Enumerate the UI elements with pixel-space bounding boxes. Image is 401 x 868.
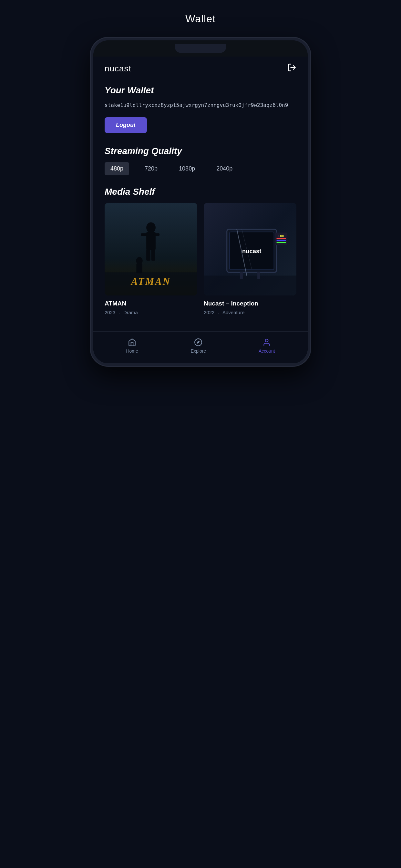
svg-rect-13: [204, 276, 297, 296]
exit-icon[interactable]: [287, 63, 297, 74]
nucast-year: 2022: [204, 310, 214, 315]
logout-button[interactable]: Logout: [104, 117, 147, 133]
quality-720p[interactable]: 720p: [139, 162, 163, 175]
nucast-dot: .: [218, 310, 220, 315]
svg-rect-10: [136, 264, 142, 274]
svg-rect-26: [277, 242, 286, 243]
svg-rect-20: [240, 272, 243, 279]
nav-account[interactable]: Account: [258, 338, 275, 353]
svg-text:nucast: nucast: [242, 248, 261, 254]
nav-home-label: Home: [126, 348, 138, 353]
svg-rect-5: [141, 233, 147, 236]
svg-point-9: [136, 257, 143, 265]
quality-options: 480p 720p 1080p 2040p: [104, 162, 297, 175]
nucast-title: Nucast – Inception: [204, 300, 297, 307]
atman-thumbnail: ATMAN: [104, 203, 197, 296]
streaming-quality-section: Streaming Quality 480p 720p 1080p 2040p: [104, 146, 297, 175]
svg-point-29: [266, 339, 268, 342]
svg-text:ATMAN: ATMAN: [130, 276, 171, 287]
svg-rect-25: [277, 240, 286, 241]
nav-home[interactable]: Home: [126, 338, 138, 353]
quality-1080p[interactable]: 1080p: [173, 162, 201, 175]
atman-genre: Drama: [123, 310, 138, 315]
quality-480p[interactable]: 480p: [104, 162, 129, 175]
nav-account-label: Account: [258, 348, 275, 353]
svg-marker-28: [197, 341, 200, 344]
phone-notch-area: [93, 40, 308, 57]
svg-rect-24: [277, 238, 286, 239]
phone-content: nucast Your Wallet stake1u9ldllryxcxz8yz…: [93, 57, 308, 363]
svg-rect-6: [154, 233, 159, 236]
wallet-title: Your Wallet: [104, 85, 297, 96]
streaming-quality-title: Streaming Quality: [104, 146, 297, 156]
svg-rect-21: [257, 272, 260, 279]
account-icon: [263, 338, 271, 346]
atman-meta: 2023 . Drama: [104, 310, 197, 315]
nav-explore-label: Explore: [191, 348, 206, 353]
explore-icon: [194, 338, 203, 346]
media-shelf-section: Media Shelf: [104, 187, 297, 315]
atman-dot: .: [119, 310, 121, 315]
nav-explore[interactable]: Explore: [191, 338, 206, 353]
svg-rect-8: [151, 249, 155, 261]
media-card-atman[interactable]: ATMAN ATMAN 2023 . Drama: [104, 203, 197, 315]
nucast-meta: 2022 . Adventure: [204, 310, 297, 315]
bottom-nav: Home Explore Account: [93, 331, 308, 363]
svg-text:LRC: LRC: [278, 235, 284, 238]
atman-title: ATMAN: [104, 300, 197, 307]
page-title: Wallet: [185, 13, 216, 25]
home-icon: [128, 338, 136, 346]
phone-notch: [175, 44, 226, 53]
media-shelf-title: Media Shelf: [104, 187, 297, 197]
nucast-genre: Adventure: [222, 310, 244, 315]
app-header: nucast: [93, 57, 308, 79]
phone-frame: nucast Your Wallet stake1u9ldllryxcxz8yz…: [91, 38, 310, 366]
app-logo: nucast: [104, 64, 131, 73]
wallet-address: stake1u9ldllryxcxz8yzpt5ajwxrgyn7znngvu3…: [104, 101, 297, 109]
media-card-nucast-inception[interactable]: nucast LRC: [204, 203, 297, 315]
svg-rect-7: [146, 249, 150, 261]
wallet-section: Your Wallet stake1u9ldllryxcxz8yzpt5ajwx…: [104, 85, 297, 146]
media-grid: ATMAN ATMAN 2023 . Drama: [104, 203, 297, 315]
atman-year: 2023: [104, 310, 115, 315]
quality-2040p[interactable]: 2040p: [211, 162, 238, 175]
svg-point-3: [146, 222, 156, 233]
nucast-thumbnail: nucast LRC: [204, 203, 297, 296]
main-content: Your Wallet stake1u9ldllryxcxz8yzpt5ajwx…: [93, 79, 308, 331]
